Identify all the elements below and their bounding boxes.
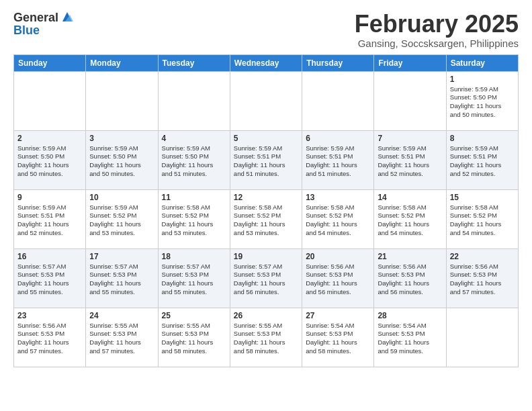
day-info: Sunrise: 5:56 AM Sunset: 5:53 PM Dayligh… — [450, 263, 515, 297]
week-row-3: 9Sunrise: 5:59 AM Sunset: 5:51 PM Daylig… — [14, 189, 519, 248]
calendar-cell — [302, 71, 374, 130]
day-info: Sunrise: 5:58 AM Sunset: 5:52 PM Dayligh… — [162, 203, 226, 238]
weekday-thursday: Thursday — [302, 54, 374, 71]
logo-text: General Blue — [13, 11, 75, 36]
day-info: Sunrise: 5:56 AM Sunset: 5:53 PM Dayligh… — [378, 263, 442, 297]
calendar-cell: 12Sunrise: 5:58 AM Sunset: 5:52 PM Dayli… — [230, 189, 302, 248]
page: General Blue February 2025 Gansing, Socc… — [0, 0, 532, 378]
header: General Blue February 2025 Gansing, Socc… — [13, 11, 519, 49]
title-area: February 2025 Gansing, Soccsksargen, Phi… — [355, 11, 519, 49]
calendar-cell: 4Sunrise: 5:59 AM Sunset: 5:50 PM Daylig… — [158, 130, 230, 189]
day-info: Sunrise: 5:59 AM Sunset: 5:51 PM Dayligh… — [17, 203, 82, 238]
weekday-header-row: SundayMondayTuesdayWednesdayThursdayFrid… — [14, 54, 519, 71]
day-number: 2 — [17, 134, 82, 143]
day-number: 3 — [89, 134, 154, 143]
day-number: 6 — [306, 134, 370, 143]
day-number: 27 — [306, 311, 370, 320]
calendar-cell: 21Sunrise: 5:56 AM Sunset: 5:53 PM Dayli… — [374, 248, 446, 308]
calendar-cell: 9Sunrise: 5:59 AM Sunset: 5:51 PM Daylig… — [14, 189, 86, 248]
day-number: 12 — [234, 193, 298, 202]
weekday-monday: Monday — [86, 54, 158, 71]
day-info: Sunrise: 5:57 AM Sunset: 5:53 PM Dayligh… — [162, 263, 226, 297]
day-number: 5 — [234, 134, 298, 143]
week-row-4: 16Sunrise: 5:57 AM Sunset: 5:53 PM Dayli… — [14, 248, 519, 308]
day-info: Sunrise: 5:59 AM Sunset: 5:51 PM Dayligh… — [306, 144, 370, 179]
calendar: SundayMondayTuesdayWednesdayThursdayFrid… — [13, 54, 519, 367]
calendar-cell: 11Sunrise: 5:58 AM Sunset: 5:52 PM Dayli… — [158, 189, 230, 248]
logo-area: General Blue — [13, 11, 75, 36]
day-info: Sunrise: 5:59 AM Sunset: 5:50 PM Dayligh… — [450, 85, 515, 120]
calendar-cell: 15Sunrise: 5:58 AM Sunset: 5:52 PM Dayli… — [446, 189, 518, 248]
calendar-cell — [374, 71, 446, 130]
day-info: Sunrise: 5:58 AM Sunset: 5:52 PM Dayligh… — [234, 203, 298, 238]
calendar-cell: 20Sunrise: 5:56 AM Sunset: 5:53 PM Dayli… — [302, 248, 374, 308]
day-number: 15 — [450, 193, 515, 202]
day-number: 14 — [378, 193, 442, 202]
day-number: 21 — [378, 252, 442, 261]
weekday-tuesday: Tuesday — [158, 54, 230, 71]
day-info: Sunrise: 5:56 AM Sunset: 5:53 PM Dayligh… — [306, 263, 370, 297]
week-row-5: 23Sunrise: 5:56 AM Sunset: 5:53 PM Dayli… — [14, 308, 519, 367]
calendar-cell: 26Sunrise: 5:55 AM Sunset: 5:53 PM Dayli… — [230, 308, 302, 367]
calendar-cell — [14, 71, 86, 130]
day-number: 13 — [306, 193, 370, 202]
calendar-cell — [86, 71, 158, 130]
day-info: Sunrise: 5:54 AM Sunset: 5:53 PM Dayligh… — [306, 322, 370, 356]
day-info: Sunrise: 5:55 AM Sunset: 5:53 PM Dayligh… — [234, 322, 298, 356]
calendar-cell: 22Sunrise: 5:56 AM Sunset: 5:53 PM Dayli… — [446, 248, 518, 308]
day-info: Sunrise: 5:54 AM Sunset: 5:53 PM Dayligh… — [378, 322, 442, 356]
day-number: 8 — [450, 134, 515, 143]
day-number: 23 — [17, 311, 82, 320]
calendar-cell: 28Sunrise: 5:54 AM Sunset: 5:53 PM Dayli… — [374, 308, 446, 367]
calendar-cell: 8Sunrise: 5:59 AM Sunset: 5:51 PM Daylig… — [446, 130, 518, 189]
day-info: Sunrise: 5:55 AM Sunset: 5:53 PM Dayligh… — [162, 322, 226, 356]
day-number: 22 — [450, 252, 515, 261]
day-number: 17 — [89, 252, 154, 261]
day-number: 18 — [162, 252, 226, 261]
calendar-cell: 10Sunrise: 5:59 AM Sunset: 5:52 PM Dayli… — [86, 189, 158, 248]
calendar-cell: 23Sunrise: 5:56 AM Sunset: 5:53 PM Dayli… — [14, 308, 86, 367]
day-info: Sunrise: 5:59 AM Sunset: 5:50 PM Dayligh… — [89, 144, 154, 179]
day-number: 28 — [378, 311, 442, 320]
week-row-2: 2Sunrise: 5:59 AM Sunset: 5:50 PM Daylig… — [14, 130, 519, 189]
day-number: 25 — [162, 311, 226, 320]
calendar-cell — [446, 308, 518, 367]
calendar-cell: 5Sunrise: 5:59 AM Sunset: 5:51 PM Daylig… — [230, 130, 302, 189]
calendar-cell — [230, 71, 302, 130]
day-number: 1 — [450, 75, 515, 84]
day-number: 20 — [306, 252, 370, 261]
logo-general: General — [13, 11, 58, 24]
day-number: 7 — [378, 134, 442, 143]
day-number: 19 — [234, 252, 298, 261]
calendar-cell: 18Sunrise: 5:57 AM Sunset: 5:53 PM Dayli… — [158, 248, 230, 308]
day-number: 10 — [89, 193, 154, 202]
calendar-cell: 17Sunrise: 5:57 AM Sunset: 5:53 PM Dayli… — [86, 248, 158, 308]
day-info: Sunrise: 5:57 AM Sunset: 5:53 PM Dayligh… — [89, 263, 154, 297]
weekday-sunday: Sunday — [14, 54, 86, 71]
calendar-cell: 3Sunrise: 5:59 AM Sunset: 5:50 PM Daylig… — [86, 130, 158, 189]
day-info: Sunrise: 5:58 AM Sunset: 5:52 PM Dayligh… — [378, 203, 442, 238]
day-info: Sunrise: 5:59 AM Sunset: 5:51 PM Dayligh… — [378, 144, 442, 179]
day-number: 11 — [162, 193, 226, 202]
day-info: Sunrise: 5:59 AM Sunset: 5:52 PM Dayligh… — [89, 203, 154, 238]
calendar-cell: 1Sunrise: 5:59 AM Sunset: 5:50 PM Daylig… — [446, 71, 518, 130]
weekday-friday: Friday — [374, 54, 446, 71]
day-info: Sunrise: 5:59 AM Sunset: 5:51 PM Dayligh… — [450, 144, 515, 179]
calendar-cell: 16Sunrise: 5:57 AM Sunset: 5:53 PM Dayli… — [14, 248, 86, 308]
calendar-cell: 24Sunrise: 5:55 AM Sunset: 5:53 PM Dayli… — [86, 308, 158, 367]
day-info: Sunrise: 5:58 AM Sunset: 5:52 PM Dayligh… — [450, 203, 515, 238]
location-title: Gansing, Soccsksargen, Philippines — [355, 38, 519, 49]
day-info: Sunrise: 5:57 AM Sunset: 5:53 PM Dayligh… — [234, 263, 298, 297]
day-info: Sunrise: 5:58 AM Sunset: 5:52 PM Dayligh… — [306, 203, 370, 238]
month-title: February 2025 — [355, 11, 519, 38]
calendar-cell — [158, 71, 230, 130]
day-info: Sunrise: 5:59 AM Sunset: 5:51 PM Dayligh… — [234, 144, 298, 179]
calendar-cell: 6Sunrise: 5:59 AM Sunset: 5:51 PM Daylig… — [302, 130, 374, 189]
day-number: 26 — [234, 311, 298, 320]
calendar-cell: 25Sunrise: 5:55 AM Sunset: 5:53 PM Dayli… — [158, 308, 230, 367]
day-info: Sunrise: 5:56 AM Sunset: 5:53 PM Dayligh… — [17, 322, 82, 356]
calendar-cell: 14Sunrise: 5:58 AM Sunset: 5:52 PM Dayli… — [374, 189, 446, 248]
logo-icon — [60, 9, 75, 24]
logo-blue: Blue — [13, 24, 75, 36]
day-number: 16 — [17, 252, 82, 261]
